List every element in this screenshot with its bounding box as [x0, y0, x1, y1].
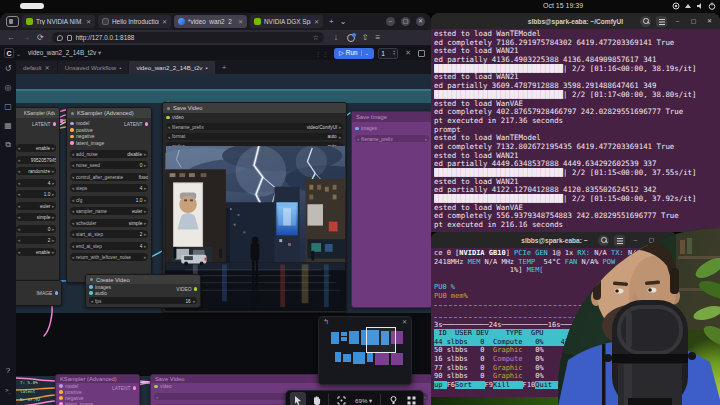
- maximize-button[interactable]: ▢: [401, 17, 410, 26]
- node-widget[interactable]: return_with_leftover_noise disable: [70, 253, 148, 261]
- workflow-tab-marker-icon[interactable]: ✕: [45, 64, 50, 71]
- downloads-button[interactable]: ↓: [334, 33, 338, 42]
- node-ksampler-b[interactable]: KSampler (Advanced) LATENT model positiv…: [55, 374, 140, 405]
- url-bar[interactable]: http://127.0.0.1:8188 ☆: [52, 32, 324, 43]
- collapse-dot-icon[interactable]: [167, 107, 170, 110]
- share-button[interactable]: ⇧: [362, 33, 369, 42]
- input-dot[interactable]: [70, 128, 74, 132]
- node-library-icon[interactable]: ▢: [4, 102, 12, 112]
- bookmark-star-icon[interactable]: ☆: [312, 34, 318, 42]
- terminal-output[interactable]: ested to load WanTEModeled completely 71…: [434, 30, 718, 230]
- video-input-dot[interactable]: [166, 116, 170, 120]
- reload-button[interactable]: ⟳: [37, 33, 44, 42]
- comfy-logo[interactable]: C: [4, 48, 14, 58]
- browser-tab[interactable]: Hello Introduction 👋 ✕: [98, 15, 171, 28]
- latent-output-dot[interactable]: [133, 386, 137, 390]
- pan-tool-button[interactable]: [308, 392, 324, 405]
- input-dot[interactable]: [70, 141, 74, 145]
- input-dot[interactable]: [59, 384, 63, 388]
- tab-close-icon[interactable]: ✕: [238, 18, 243, 25]
- comfy-menu-caret-icon[interactable]: ⌄: [16, 50, 21, 57]
- queue-panel-button[interactable]: [418, 50, 425, 57]
- node-widget[interactable]: 1.0: [16, 190, 56, 198]
- run-button[interactable]: ▷ Run ⌄: [334, 48, 374, 59]
- node-widget[interactable]: cfg 1.0: [70, 196, 148, 204]
- close-button[interactable]: ✕: [704, 16, 715, 27]
- node-ksampler-low[interactable]: KSampler (Advanced) LATENT model positiv…: [66, 107, 152, 283]
- new-tab-button[interactable]: +: [329, 17, 334, 26]
- video-output-dot[interactable]: [194, 287, 198, 291]
- node-widget[interactable]: add_noise disable: [70, 150, 148, 158]
- select-tool-button[interactable]: [290, 392, 306, 405]
- terminal-titlebar[interactable]: slbbs@spark-eaba: ~/ComfyUI – ▢ ✕: [431, 13, 720, 29]
- batch-count-stepper[interactable]: 1 ▴▾: [378, 48, 398, 59]
- node-input[interactable]: latent_image: [56, 401, 111, 405]
- model-library-icon[interactable]: ▦: [4, 121, 12, 131]
- menu-button[interactable]: ≡: [375, 33, 380, 42]
- latent-output-dot[interactable]: [145, 122, 149, 126]
- node-widget[interactable]: randomize: [16, 167, 56, 175]
- node-widget[interactable]: 4: [16, 179, 56, 187]
- fit-view-button[interactable]: [333, 392, 349, 405]
- node-widget[interactable]: sampler_name euler: [70, 207, 148, 215]
- stepper-arrows-icon[interactable]: ▴▾: [393, 50, 395, 57]
- toggle-links-button[interactable]: [403, 392, 419, 405]
- node-create-video[interactable]: Create Video VIDEO images audio fps 16: [85, 274, 201, 308]
- minimap[interactable]: ↰ ✕: [318, 316, 412, 385]
- browser-tab[interactable]: Try NVIDIA NIM APIs ✕: [22, 15, 95, 28]
- maximize-button[interactable]: ▢: [688, 16, 699, 27]
- image-output-dot[interactable]: [55, 291, 59, 295]
- node-widget[interactable]: scheduler simple: [70, 219, 148, 227]
- workflow-tab[interactable]: default ✕: [16, 61, 57, 74]
- minimap-close-icon[interactable]: ✕: [402, 318, 407, 325]
- input-dot[interactable]: [70, 135, 74, 139]
- history-icon[interactable]: ↺: [5, 64, 12, 74]
- workflow-tab[interactable]: video_wan2_2_14B_t2v •: [129, 61, 214, 74]
- input-dot[interactable]: [89, 291, 93, 295]
- firefox-view-icon[interactable]: [6, 16, 19, 27]
- clear-queue-button[interactable]: ✕: [405, 49, 411, 57]
- node-widget[interactable]: 995205794577: [16, 156, 56, 164]
- close-button[interactable]: ✕: [416, 17, 425, 26]
- forward-button[interactable]: →: [22, 33, 30, 42]
- node-widget[interactable]: noise_seed 0: [70, 161, 148, 169]
- node-save-image-b[interactable]: Save Image images filename_prefix: [351, 111, 431, 308]
- shield-icon[interactable]: [57, 35, 63, 41]
- collapse-dot-icon[interactable]: [90, 278, 93, 281]
- workflow-tab[interactable]: Unsaved Workflow •: [58, 61, 129, 74]
- search-icon[interactable]: [598, 235, 609, 246]
- node-widget[interactable]: enable: [16, 248, 56, 256]
- node-widget[interactable]: control_after_generate fixed: [70, 173, 148, 181]
- browser-tab[interactable]: NVIDIA DGX Spark | Li ✕: [250, 15, 323, 28]
- clock[interactable]: Oct 15 19:39: [543, 2, 583, 9]
- input-dot[interactable]: [59, 396, 63, 400]
- terminal-titlebar[interactable]: slbbs@spark-eaba: ~ – ▢ ✕: [431, 232, 678, 248]
- workflows-icon[interactable]: ⧉: [5, 140, 11, 150]
- node-widget[interactable]: fps 16: [89, 297, 197, 304]
- tab-close-icon[interactable]: ✕: [162, 18, 167, 25]
- search-icon[interactable]: [640, 16, 651, 27]
- node-widget[interactable]: euler: [16, 202, 56, 210]
- browser-tab[interactable]: *video_wan2_2_14B_t ✕: [174, 15, 247, 28]
- menu-icon[interactable]: [614, 235, 625, 246]
- new-workflow-button[interactable]: +: [222, 63, 227, 74]
- input-dot[interactable]: [89, 285, 93, 289]
- input-dot[interactable]: [70, 122, 74, 126]
- menu-icon[interactable]: [656, 16, 667, 27]
- node-widget[interactable]: end_at_step 4: [70, 242, 148, 250]
- minimize-button[interactable]: –: [386, 17, 395, 26]
- node-input[interactable]: audio: [86, 290, 146, 296]
- node-canvas[interactable]: KSampler (Advanced) LATENT enable 995205…: [16, 74, 431, 405]
- node-widget[interactable]: filename_prefix: [355, 135, 429, 142]
- queue-drag-handle[interactable]: ⋮⋮: [315, 50, 329, 57]
- system-tray[interactable]: [672, 2, 716, 10]
- node-image-source[interactable]: IMAGE: [16, 280, 62, 306]
- run-options-caret-icon[interactable]: ⌄: [361, 50, 370, 56]
- minimize-button[interactable]: –: [672, 16, 683, 27]
- assets-icon[interactable]: ◎: [5, 83, 12, 93]
- page-info-icon[interactable]: [67, 35, 72, 41]
- node-widget[interactable]: filename_prefix video/ComfyUI: [166, 123, 343, 130]
- node-widget[interactable]: 2: [16, 236, 56, 244]
- minimap-back-icon[interactable]: ↰: [323, 318, 329, 326]
- video-input-dot[interactable]: [154, 385, 158, 389]
